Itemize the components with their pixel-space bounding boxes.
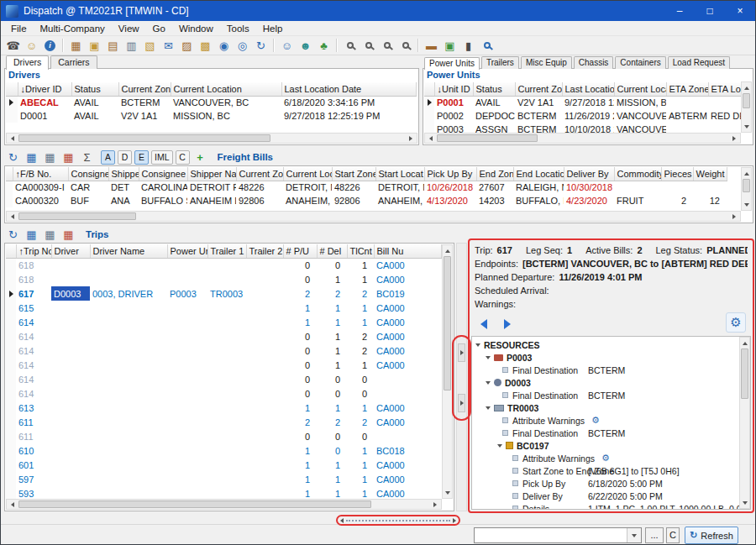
- pallet-icon[interactable]: ▧: [141, 37, 159, 54]
- filter-d-button[interactable]: D: [118, 150, 132, 165]
- tree-node-trailer[interactable]: TR0003: [472, 401, 739, 414]
- scroll-thumb[interactable]: [743, 93, 750, 108]
- gear-icon[interactable]: ⚙: [601, 453, 610, 464]
- scroll-down-icon[interactable]: [742, 121, 751, 132]
- grid-view-icon[interactable]: ▦: [23, 149, 40, 165]
- tree-leaf-attribute-warnings[interactable]: Attribute Warnings ⚙: [472, 452, 739, 464]
- collapse-left-icon[interactable]: [340, 518, 344, 523]
- column-header[interactable]: Current Loc: [283, 167, 332, 181]
- grid-view-icon[interactable]: ▦: [23, 226, 40, 243]
- maximize-button[interactable]: □: [695, 1, 725, 21]
- driver-row[interactable]: D0001 AVAIL V2V 1A1 MISSION, BC 9/27/201…: [6, 109, 416, 123]
- drivers-hscrollbar[interactable]: [6, 133, 417, 144]
- column-header[interactable]: End Zone: [476, 167, 513, 181]
- scroll-right-icon[interactable]: [728, 134, 740, 143]
- refresh-icon[interactable]: ↻: [4, 149, 22, 165]
- ruler-icon[interactable]: ▬: [423, 37, 440, 54]
- team-icon[interactable]: ☻: [297, 37, 314, 54]
- trip-row[interactable]: 601 1 1 1 CA000: [6, 458, 441, 472]
- grip-handle[interactable]: [346, 520, 450, 521]
- freight-hscrollbar[interactable]: [6, 211, 741, 222]
- tab-misc-equip[interactable]: Misc Equip: [521, 56, 572, 69]
- interline-icon[interactable]: ▤: [104, 37, 122, 54]
- minimize-button[interactable]: –: [664, 1, 695, 21]
- filter-e-button[interactable]: E: [134, 150, 149, 165]
- 0003, DRIVER[interactable]: 617 D0003 0003, DRIVER P0003 TR0003 2 2 …: [6, 286, 441, 301]
- tree-leaf-attribute-warnings[interactable]: Attribute Warnings ⚙: [472, 414, 739, 427]
- close-button[interactable]: ×: [725, 1, 755, 21]
- package-icon[interactable]: ▣: [86, 37, 103, 54]
- splitter-expand-button[interactable]: [458, 394, 465, 412]
- trip-row[interactable]: 610 1 0 1 BC018: [6, 443, 441, 458]
- prev-leg-button[interactable]: [476, 317, 491, 331]
- column-header[interactable]: Current Location: [171, 82, 281, 96]
- resources-icon[interactable]: ♣: [315, 37, 333, 54]
- tree-leaf-final-destination[interactable]: Final Destination BCTERM: [472, 427, 739, 439]
- tree-node-freight-bill[interactable]: BC0197: [472, 439, 739, 452]
- column-header[interactable]: Current Zone: [118, 82, 171, 96]
- menu-item[interactable]: Help: [256, 22, 290, 35]
- tree-leaf-zones[interactable]: Start Zone to End Zone [V6B 6G1] to [T5J…: [472, 464, 739, 477]
- column-header[interactable]: Current Zone: [515, 82, 562, 96]
- trip-row[interactable]: 593 1 1 1 CA000: [6, 486, 441, 499]
- column-header[interactable]: ETA Location: [708, 82, 741, 96]
- grid-detail-icon[interactable]: ▦: [60, 226, 77, 243]
- trip-row[interactable]: 614 1 1 1 CA000: [6, 315, 441, 329]
- column-header[interactable]: Shipper: [108, 167, 139, 181]
- power-unit-row[interactable]: P0002 DEPDOCK BCTERM 11/26/2019 2:34 VAN…: [424, 109, 741, 123]
- column-header[interactable]: Pieces: [661, 167, 693, 181]
- scroll-right-icon[interactable]: [405, 134, 417, 143]
- tab-trailers[interactable]: Trailers: [481, 56, 519, 69]
- grid-split-icon[interactable]: ▦: [41, 226, 59, 243]
- gear-icon[interactable]: ⚙: [591, 415, 600, 426]
- power-units-vscrollbar[interactable]: [741, 81, 752, 133]
- trip-row[interactable]: 597 1 1 1 CA000: [6, 472, 441, 486]
- menu-item[interactable]: File: [4, 22, 34, 35]
- menu-item[interactable]: Tools: [220, 22, 256, 35]
- column-header[interactable]: ↑F/B No.: [13, 167, 68, 181]
- tab-containers[interactable]: Containers: [615, 56, 665, 69]
- column-header[interactable]: Commodity: [614, 167, 661, 181]
- search-icon[interactable]: [478, 37, 496, 54]
- scroll-thumb[interactable]: [743, 179, 750, 192]
- tree-node-resources[interactable]: RESOURCES: [472, 338, 739, 351]
- filter-a-button[interactable]: A: [101, 150, 115, 165]
- trip-row[interactable]: 615 1 1 1 CA000: [6, 301, 441, 315]
- column-header[interactable]: Deliver By: [564, 167, 614, 181]
- scroll-right-icon[interactable]: [728, 212, 740, 221]
- column-header[interactable]: Pick Up By: [424, 167, 476, 181]
- freight-vscrollbar[interactable]: [741, 167, 752, 211]
- power-unit-row[interactable]: P0003 ASSGN BCTERM 10/10/2018 1:5 VANCOU…: [424, 123, 741, 133]
- filter-c-button[interactable]: C: [176, 150, 190, 165]
- column-header[interactable]: Driver Name: [90, 244, 167, 258]
- mail-icon[interactable]: ✉: [160, 37, 177, 54]
- column-header[interactable]: Status: [473, 82, 515, 96]
- scroll-thumb[interactable]: [18, 134, 270, 142]
- tab-power-units[interactable]: Power Units: [424, 57, 480, 70]
- scroll-thumb[interactable]: [437, 134, 538, 142]
- menu-item[interactable]: Go: [146, 22, 172, 35]
- column-header[interactable]: Status: [71, 82, 118, 96]
- tree-leaf-final-destination[interactable]: Final Destination BCTERM: [472, 364, 739, 376]
- scroll-thumb[interactable]: [18, 500, 371, 508]
- next-leg-button[interactable]: [500, 317, 515, 331]
- tab-carriers[interactable]: Carriers: [50, 55, 97, 69]
- add-driver-icon[interactable]: ☺: [278, 37, 296, 54]
- column-header[interactable]: # P/U: [283, 244, 317, 258]
- column-header[interactable]: Current Zor: [236, 167, 283, 181]
- scroll-left-icon[interactable]: [7, 212, 18, 221]
- column-header[interactable]: Consignee I: [68, 167, 108, 181]
- trip-row[interactable]: 618 0 1 1 CA000: [6, 272, 441, 286]
- refresh-icon[interactable]: ↻: [4, 226, 22, 243]
- scroll-up-icon[interactable]: [443, 245, 452, 256]
- stack-icon[interactable]: ▩: [197, 37, 214, 54]
- freight-bill-row[interactable]: CA000309-I CAR DET CAROLINA DETROIT R 48…: [6, 181, 727, 194]
- trip-row[interactable]: 613 1 1 1 CA000: [6, 401, 441, 415]
- driver-row[interactable]: ABECAL AVAIL BCTERM VANCOUVER, BC 6/18/2…: [6, 96, 416, 109]
- horizontal-splitter-grip[interactable]: [336, 515, 460, 526]
- column-header[interactable]: TlCnt: [347, 244, 374, 258]
- scroll-left-icon[interactable]: [7, 500, 18, 509]
- column-header[interactable]: ↓Driver ID: [18, 82, 71, 96]
- scroll-thumb[interactable]: [444, 256, 451, 390]
- trip-row[interactable]: 611 0 0 0: [6, 429, 441, 443]
